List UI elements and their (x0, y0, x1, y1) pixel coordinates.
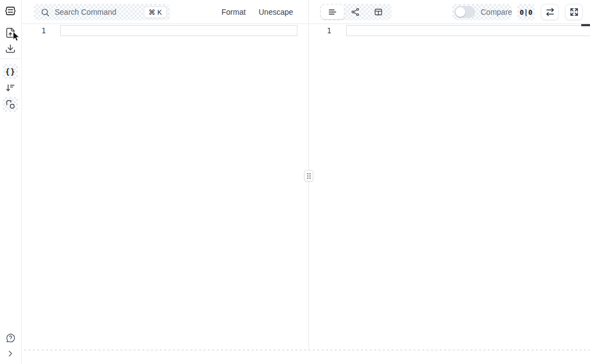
expand-sidebar-icon[interactable] (3, 346, 18, 361)
transform-icon[interactable] (3, 97, 18, 112)
left-editor-line: 1 (22, 25, 308, 36)
command-search[interactable]: ⌘ K (34, 4, 170, 20)
align-left-icon (328, 7, 337, 17)
app-logo-icon[interactable] (3, 3, 18, 19)
download-icon[interactable] (3, 41, 18, 56)
top-toolbar: ⌘ K Format Unescape (22, 0, 590, 24)
editor-panes: 1 1 (22, 24, 590, 350)
left-editor[interactable]: 1 (22, 24, 308, 350)
json-formatter-app: {} (0, 0, 590, 364)
table-icon (373, 7, 383, 17)
swap-arrows-icon (545, 7, 555, 17)
braces-icon[interactable]: {} (3, 64, 18, 79)
search-input[interactable] (55, 8, 144, 16)
right-editor[interactable]: 1 (309, 24, 590, 350)
table-view-button[interactable] (367, 5, 390, 19)
text-view-button[interactable] (321, 5, 344, 19)
right-active-line[interactable] (346, 25, 590, 36)
toggle-knob (455, 7, 465, 17)
icon-rail: {} (0, 0, 22, 364)
diff-counter-button[interactable]: 0|0 (517, 4, 535, 20)
help-icon[interactable] (3, 330, 18, 345)
right-line-number: 1 (309, 25, 331, 36)
keyboard-shortcut-badge: ⌘ K (144, 7, 167, 18)
fullscreen-icon (569, 7, 579, 17)
splitter-drag-handle[interactable] (304, 170, 313, 181)
panes-bottom-border (22, 349, 590, 351)
right-editor-line: 1 (309, 25, 590, 36)
rail-divider (0, 58, 22, 59)
swap-panes-button[interactable] (541, 4, 559, 20)
search-icon (40, 8, 50, 17)
toggle-track[interactable] (454, 6, 475, 18)
grip-dots-icon (307, 173, 311, 179)
unescape-button[interactable]: Unescape (259, 8, 293, 16)
braces-glyph: {} (5, 67, 16, 76)
mouse-cursor (11, 31, 20, 42)
compare-toggle[interactable]: Compare (452, 4, 512, 20)
left-active-line[interactable] (60, 25, 297, 36)
scroll-position-marker (581, 24, 590, 26)
compare-label: Compare (481, 8, 512, 16)
left-line-number: 1 (22, 25, 46, 36)
format-button[interactable]: Format (221, 8, 246, 16)
sort-icon[interactable] (3, 80, 18, 96)
view-mode-switcher (320, 4, 392, 20)
graph-icon (351, 7, 360, 17)
graph-view-button[interactable] (344, 5, 367, 19)
fullscreen-button[interactable] (565, 4, 583, 20)
